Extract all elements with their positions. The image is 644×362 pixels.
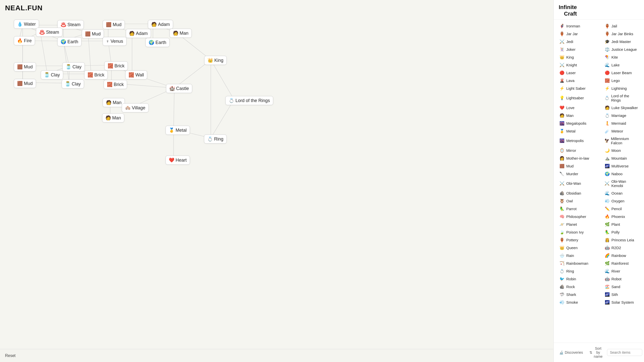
node-clay1[interactable]: 🫙 Clay [62,62,85,71]
discoveries-button[interactable]: 🔬 Discoveries [557,349,585,355]
node-earth1[interactable]: 🌍 Earth [57,37,82,46]
sidebar-item-light-saber[interactable]: ⚡Light Saber [555,85,597,92]
sidebar-item-man[interactable]: 🧑Man [555,112,597,119]
node-adam1[interactable]: 🧑 Adam [148,20,173,29]
sidebar-item-joker[interactable]: 🃏Joker [555,46,597,53]
sidebar-item-lego[interactable]: 🧱Lego [600,77,643,84]
sidebar-item-laser[interactable]: 🔴Laser [555,69,597,76]
canvas[interactable]: 💧 Water ♨️ Steam 🟫 Mud 🧑 Adam 🔥 Fire ♨️ … [0,0,553,362]
sidebar-item-solar-system[interactable]: 🌌Solar System [600,299,643,306]
sidebar-item-millennium-falcon[interactable]: 🦅Millennium Falcon [600,135,643,146]
sidebar-item-lord-of-the-rings[interactable]: 💍Lord of the Rings [600,93,643,104]
node-ring[interactable]: 💍 Ring [204,134,227,144]
sidebar-item-naboo[interactable]: 🌍Naboo [600,170,643,177]
sidebar-item-rainbow[interactable]: 🌈Rainbow [600,252,643,259]
sidebar-item-metropolis[interactable]: 🌆Metropolis [555,135,597,146]
node-village[interactable]: 🏘️ Village [122,103,149,112]
sidebar-item-queen[interactable]: 👑Queen [555,244,597,251]
sidebar-item-knight[interactable]: ⚔️Knight [555,61,597,69]
node-man1[interactable]: 🧑 Man [170,29,192,38]
sidebar-item-planet[interactable]: 🪐Planet [555,221,597,228]
node-mud1[interactable]: 🟫 Mud [103,20,125,29]
sidebar-item-megalopolis[interactable]: 🌆Megalopolis [555,120,597,127]
sidebar-item-pencil[interactable]: ✏️Pencil [600,205,643,212]
sidebar-item-king[interactable]: 👑King [555,54,597,61]
sidebar-item-luke-skywalker[interactable]: 🧑Luke Skywalker [600,104,643,111]
sidebar-item-oxygen[interactable]: 💨Oxygen [600,197,643,205]
sidebar-item-owl[interactable]: 🦉Owl [555,197,597,205]
sidebar-item-ocean[interactable]: 🌊Ocean [600,190,643,197]
sidebar-item-mountain[interactable]: ⛰️Mountain [600,155,643,162]
node-metal[interactable]: 🥇 Metal [166,126,190,135]
sidebar-item-ring[interactable]: 💍Ring [555,267,597,275]
sidebar-item-sand[interactable]: 🏖️Sand [600,283,643,290]
sidebar-item-lake[interactable]: 🌊Lake [600,61,643,69]
node-brick3[interactable]: 🧱 Brick [104,80,127,89]
sidebar-item-polly[interactable]: 🦜Polly [600,229,643,236]
sidebar-item-rainforest[interactable]: 🌿Rainforest [600,260,643,267]
sidebar-item-sith[interactable]: 🌌Sith [600,291,643,298]
sidebar-item-obi-wan[interactable]: ⚔️Obi-Wan [555,178,597,189]
node-mud2[interactable]: 🟫 Mud [82,29,104,38]
sidebar-item-laser-beam[interactable]: 🔴Laser Beam [600,69,643,76]
node-brick1[interactable]: 🧱 Brick [104,61,128,70]
sidebar-item-shark[interactable]: 🦈Shark [555,291,597,298]
sidebar-item-rainbowman[interactable]: 🏹Rainbowman [555,260,597,267]
sidebar-item-mud[interactable]: 🟫Mud [555,162,597,170]
sidebar-item-ironman[interactable]: 🦸Ironman [555,22,597,30]
sidebar-item-plant[interactable]: 🌿Plant [600,221,643,228]
node-wall[interactable]: 🧱 Wall [125,70,147,79]
sidebar-item-murder[interactable]: 🔪Murder [555,170,597,177]
sidebar-item-moon[interactable]: 🌙Moon [600,147,643,154]
sidebar-item-mother-in-law[interactable]: 👩Mother-in-law [555,155,597,162]
node-venus[interactable]: ♀️ Venus [103,37,127,46]
search-input[interactable] [607,349,642,356]
node-man3[interactable]: 🧑 Man [102,113,124,122]
sidebar-item-kite[interactable]: 🪁Kite [600,54,643,61]
node-king[interactable]: 👑 King [204,56,227,65]
sidebar-item-rock[interactable]: 🪨Rock [555,283,597,290]
sidebar-item-parrot[interactable]: 🦜Parrot [555,205,597,212]
sidebar-item-robin[interactable]: 🐦Robin [555,275,597,283]
sidebar-item-mermaid[interactable]: 🧜Mermaid [600,120,643,127]
node-steam2[interactable]: ♨️ Steam [36,28,62,37]
sidebar-item-marriage[interactable]: 💍Marriage [600,112,643,119]
node-fire[interactable]: 🔥 Fire [14,36,35,45]
sidebar-item-princess-leia[interactable]: 👸Princess Leia [600,236,643,244]
sidebar-item-lightsaber[interactable]: 💡Lightsaber [555,93,597,104]
sidebar-item-jedi-master[interactable]: 🎓Jedi Master [600,38,643,45]
sidebar-item-meteor[interactable]: ☄️Meteor [600,127,643,135]
node-clay3[interactable]: 🫙 Clay [62,79,84,88]
sidebar-item-metal[interactable]: 🥇Metal [555,127,597,135]
sidebar-item-jedi[interactable]: ⚔️Jedi [555,38,597,45]
sidebar-item-lightning[interactable]: ⚡Lightning [600,85,643,92]
sidebar-item-obi-wan-kenobi[interactable]: ⚔️Obi-Wan Kenobi [600,178,643,189]
sidebar-item-rain[interactable]: 🌧️Rain [555,252,597,259]
sidebar-item-jar-jar-binks[interactable]: 🏺Jar Jar Binks [600,30,643,37]
sidebar-item-river[interactable]: 🌊River [600,267,643,275]
node-lord-of-rings[interactable]: 💍 Lord of the Rings [225,96,273,105]
sidebar-item-justice-league[interactable]: ⚖️Justice League [600,46,643,53]
node-castle[interactable]: 🏰 Castle [166,84,192,93]
sidebar-items[interactable]: 🦸Ironman🏺Jail🏺Jar Jar🏺Jar Jar Binks⚔️Jed… [554,20,644,343]
sidebar-item-robot[interactable]: 🤖Robot [600,275,643,283]
node-mud4[interactable]: 🟫 Mud [14,79,36,88]
sort-button[interactable]: ⇅ Sort by name [587,345,605,359]
sidebar-item-jar-jar[interactable]: 🏺Jar Jar [555,30,597,37]
node-brick2[interactable]: 🧱 Brick [84,70,108,79]
sidebar-item-pottery[interactable]: 🏺Pottery [555,236,597,244]
sidebar-item-multiverse[interactable]: 🌌Multiverse [600,162,643,170]
node-water[interactable]: 💧 Water [14,20,39,29]
sidebar-item-phoenix[interactable]: 🔥Phoenix [600,213,643,220]
node-earth2[interactable]: 🌍 Earth [145,38,170,47]
node-mud3[interactable]: 🟫 Mud [14,62,36,71]
sidebar-item-mirror[interactable]: 🪞Mirror [555,147,597,154]
sidebar-item-love[interactable]: ❤️Love [555,104,597,111]
node-man2[interactable]: 🧑 Man [103,98,125,107]
sidebar-item-r2d2[interactable]: 🤖R2D2 [600,244,643,251]
sidebar-item-smoke[interactable]: 💨Smoke [555,299,597,306]
node-heart[interactable]: ❤️ Heart [166,156,190,165]
sidebar-item-lava[interactable]: 🌋Lava [555,77,597,84]
reset-button[interactable]: Reset [5,353,16,358]
node-adam2[interactable]: 🧑 Adam [126,29,151,38]
